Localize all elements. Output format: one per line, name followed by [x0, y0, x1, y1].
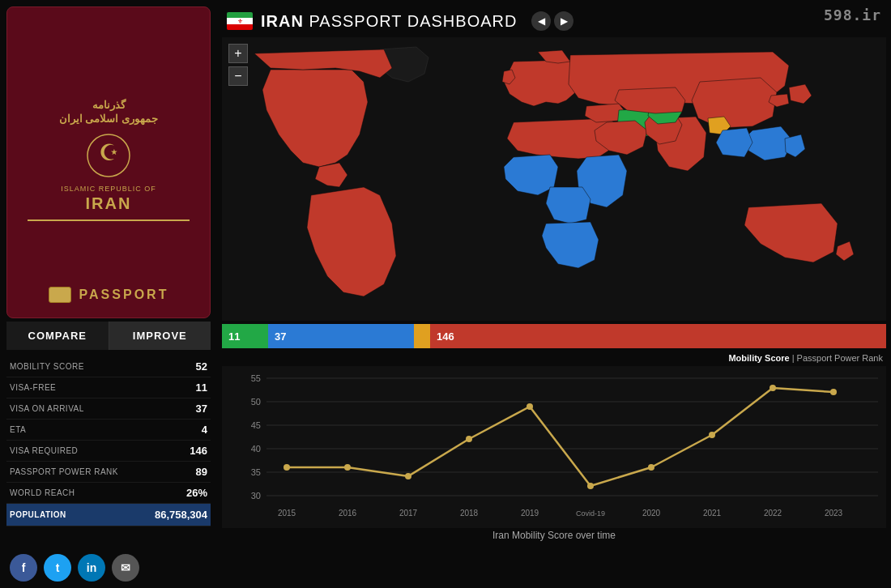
legend-sub: Passport Power Rank	[797, 353, 883, 363]
svg-text:2022: 2022	[764, 509, 782, 518]
svg-text:Covid-19: Covid-19	[576, 509, 605, 518]
svg-point-26	[284, 464, 290, 471]
stat-row: MOBILITY SCORE 52	[6, 356, 211, 377]
email-icon[interactable]: ✉	[112, 554, 139, 582]
svg-text:30: 30	[251, 491, 261, 501]
stat-row: VISA REQUIRED 146	[6, 441, 211, 462]
svg-text:35: 35	[251, 467, 261, 477]
passport-divider	[28, 219, 190, 221]
passport-persian-title: گذرنامه	[92, 99, 126, 111]
stat-row: WORLD REACH 26%	[6, 483, 211, 504]
svg-text:40: 40	[251, 444, 261, 454]
compare-button[interactable]: COMPARE	[6, 322, 109, 350]
stat-label: VISA REQUIRED	[10, 446, 78, 455]
svg-text:2019: 2019	[521, 509, 539, 518]
svg-text:2021: 2021	[703, 509, 722, 518]
visa-bar: 11 37 146	[222, 324, 886, 348]
svg-text:2020: 2020	[642, 509, 661, 518]
world-map: + −	[222, 37, 886, 321]
country-name: IRAN	[261, 12, 304, 30]
stat-label: VISA-FREE	[10, 383, 56, 392]
stat-label: WORLD REACH	[10, 488, 75, 497]
stat-value: 146	[190, 445, 207, 457]
map-svg	[222, 37, 886, 321]
passport-emblem: ☪	[84, 131, 133, 180]
svg-text:2018: 2018	[460, 509, 479, 518]
stat-label: VISA ON ARRIVAL	[10, 404, 84, 413]
svg-point-30	[526, 403, 533, 410]
stat-value: 11	[196, 381, 207, 394]
branding-logo: 598.ir	[824, 6, 881, 23]
header: ⚜ IRAN PASSPORT DASHBOARD ◀ ▶	[217, 0, 891, 37]
svg-text:45: 45	[251, 420, 261, 430]
passport-card: گذرنامه جمهوری اسلامی ایران ☪ ISLAMIC RE…	[6, 6, 211, 318]
svg-text:☪: ☪	[99, 140, 119, 165]
svg-point-31	[587, 483, 594, 489]
passport-persian-sub: جمهوری اسلامی ایران	[59, 113, 158, 125]
social-row: f t in ✉	[6, 549, 211, 588]
svg-rect-3	[222, 366, 886, 528]
svg-point-33	[709, 432, 715, 438]
chart-title: Iran Mobility Score over time	[222, 530, 886, 541]
twitter-icon[interactable]: t	[44, 554, 71, 582]
stat-label: ETA	[10, 425, 26, 434]
zoom-in-button[interactable]: +	[228, 44, 248, 63]
svg-text:2016: 2016	[339, 509, 357, 518]
svg-point-28	[405, 473, 411, 479]
passport-word: PASSPORT	[79, 288, 169, 302]
left-panel: گذرنامه جمهوری اسلامی ایران ☪ ISLAMIC RE…	[0, 0, 217, 588]
svg-text:2017: 2017	[399, 509, 418, 518]
legend-main: Mobility Score	[728, 353, 789, 363]
visa-on-arrival-bar: 37	[268, 324, 414, 348]
passport-bottom: PASSPORT	[7, 287, 210, 303]
flag-emblem: ⚜	[237, 17, 243, 24]
stat-value: 26%	[186, 487, 207, 499]
population-value: 86,758,304	[155, 509, 207, 521]
stat-row: VISA-FREE 11	[6, 377, 211, 398]
nav-arrows: ◀ ▶	[531, 11, 573, 31]
svg-point-27	[344, 464, 351, 471]
prev-arrow[interactable]: ◀	[531, 11, 551, 31]
stats-table: MOBILITY SCORE 52 VISA-FREE 11 VISA ON A…	[6, 356, 211, 526]
improve-button[interactable]: IMPROVE	[109, 322, 211, 350]
action-buttons: COMPARE IMPROVE	[6, 322, 211, 350]
stat-label: PASSPORT POWER RANK	[10, 467, 118, 476]
population-row: POPULATION 86,758,304	[6, 504, 211, 526]
population-label: POPULATION	[10, 510, 66, 519]
visa-free-bar: 11	[222, 324, 268, 348]
stat-row: PASSPORT POWER RANK 89	[6, 462, 211, 483]
stat-value: 89	[196, 466, 207, 478]
dashboard-subtitle: PASSPORT DASHBOARD	[309, 12, 517, 30]
passport-chip	[49, 287, 71, 303]
right-panel: ⚜ IRAN PASSPORT DASHBOARD ◀ ▶ 598.ir + −	[217, 0, 891, 588]
facebook-icon[interactable]: f	[10, 554, 37, 582]
stat-label: MOBILITY SCORE	[10, 362, 84, 371]
linkedin-icon[interactable]: in	[78, 554, 105, 582]
iran-flag: ⚜	[227, 12, 253, 30]
passport-islamic-republic: ISLAMIC REPUBLIC OF	[61, 185, 156, 193]
stat-value: 52	[196, 360, 207, 373]
svg-point-35	[830, 389, 837, 395]
stat-row: VISA ON ARRIVAL 37	[6, 398, 211, 420]
svg-text:50: 50	[251, 397, 261, 407]
stat-value: 4	[202, 424, 207, 436]
svg-point-32	[648, 464, 654, 471]
chart-area: Mobility Score | Passport Power Rank 55 …	[222, 353, 886, 548]
passport-iran-text: IRAN	[86, 194, 132, 213]
svg-point-34	[770, 385, 776, 391]
flag-white-stripe: ⚜	[227, 18, 253, 23]
svg-text:2023: 2023	[825, 509, 843, 518]
chart-legend: Mobility Score | Passport Power Rank	[222, 353, 886, 363]
visa-required-bar: 146	[430, 324, 886, 348]
next-arrow[interactable]: ▶	[554, 11, 573, 31]
zoom-out-button[interactable]: −	[228, 66, 248, 86]
page-title: IRAN PASSPORT DASHBOARD	[261, 12, 517, 31]
chart-svg: 55 50 45 40 35 30 2015 2016 2017 2018 20…	[222, 366, 886, 528]
stat-row: ETA 4	[6, 420, 211, 441]
stat-value: 37	[196, 403, 207, 415]
svg-text:2015: 2015	[278, 509, 296, 518]
eta-bar	[414, 324, 430, 348]
svg-point-29	[466, 436, 472, 442]
flag-red-stripe	[227, 24, 253, 30]
svg-text:55: 55	[251, 373, 261, 383]
